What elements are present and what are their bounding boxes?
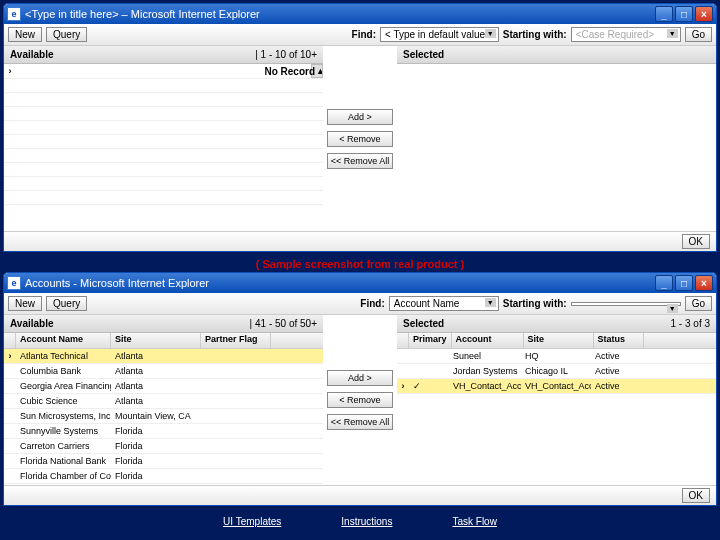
query-button[interactable]: Query bbox=[46, 296, 87, 311]
starting-with-label: Starting with: bbox=[503, 298, 567, 309]
col-status[interactable]: Status bbox=[594, 333, 644, 348]
cell-account-name: Carreton Carriers bbox=[16, 440, 111, 452]
available-list[interactable]: No Record › ▲ bbox=[4, 64, 323, 231]
starting-with-label: Starting with: bbox=[503, 29, 567, 40]
dual-list-body: Available | 41 - 50 of 50+ Account Name … bbox=[4, 315, 716, 485]
selected-list[interactable]: Primary Account Site Status SuneelHQActi… bbox=[397, 333, 716, 485]
col-account[interactable]: Account bbox=[452, 333, 524, 348]
selected-heading: Selected bbox=[403, 49, 444, 60]
row-caret-icon bbox=[397, 370, 409, 372]
cell-site: Atlanta bbox=[111, 365, 201, 377]
add-button[interactable]: Add > bbox=[327, 109, 393, 125]
find-dropdown[interactable]: Account Name bbox=[389, 296, 499, 311]
table-row[interactable]: Jordan SystemsChicago ILActive bbox=[397, 364, 716, 379]
starting-with-input[interactable]: <Case Required> bbox=[571, 27, 681, 42]
sample-window: e Accounts - Microsoft Internet Explorer… bbox=[3, 272, 717, 506]
dual-list-body: Available | 1 - 10 of 10+ No Record › ▲ … bbox=[4, 46, 716, 231]
grid-header: Primary Account Site Status bbox=[397, 333, 716, 349]
cell-account: VH_Contact_Accoun bbox=[449, 380, 521, 392]
find-label: Find: bbox=[352, 29, 376, 40]
table-row[interactable]: Georgia Area FinancingAtlanta bbox=[4, 379, 323, 394]
cell-primary[interactable] bbox=[409, 370, 449, 372]
cell-site: Atlanta bbox=[111, 380, 201, 392]
table-row[interactable]: Cubic ScienceAtlanta bbox=[4, 394, 323, 409]
selected-list[interactable] bbox=[397, 64, 716, 231]
selected-count: 1 - 3 of 3 bbox=[671, 318, 710, 329]
link-ui-templates[interactable]: UI Templates bbox=[223, 516, 281, 527]
table-row[interactable]: Carreton CarriersFlorida bbox=[4, 439, 323, 454]
cell-partner-flag bbox=[201, 355, 271, 357]
row-caret-icon: › bbox=[397, 380, 409, 392]
toolbar: New Query Find: Account Name Starting wi… bbox=[4, 293, 716, 315]
table-row[interactable]: SuneelHQActive bbox=[397, 349, 716, 364]
selected-heading: Selected bbox=[403, 318, 444, 329]
remove-all-button[interactable]: << Remove All bbox=[327, 153, 393, 169]
cell-partner-flag bbox=[201, 415, 271, 417]
close-button[interactable]: × bbox=[695, 6, 713, 22]
minimize-button[interactable]: _ bbox=[655, 6, 673, 22]
table-row[interactable]: Sun Microsystems, IncMountain View, CA bbox=[4, 409, 323, 424]
table-row[interactable]: Sunnyville SystemsFlorida bbox=[4, 424, 323, 439]
cell-site: Florida bbox=[111, 425, 201, 437]
go-button[interactable]: Go bbox=[685, 296, 712, 311]
ie-icon: e bbox=[7, 7, 21, 21]
cell-status: Active bbox=[591, 380, 641, 392]
remove-button[interactable]: < Remove bbox=[327, 131, 393, 147]
new-button[interactable]: New bbox=[8, 27, 42, 42]
cell-site: HQ bbox=[521, 350, 591, 362]
remove-button[interactable]: < Remove bbox=[327, 392, 393, 408]
available-count: | 41 - 50 of 50+ bbox=[250, 318, 317, 329]
window-controls: _ □ × bbox=[655, 6, 713, 22]
col-partner-flag[interactable]: Partner Flag bbox=[201, 333, 271, 348]
window-title: <Type in title here> – Microsoft Interne… bbox=[25, 8, 655, 20]
cell-primary[interactable] bbox=[409, 355, 449, 357]
cell-account-name: Florida National Bank bbox=[16, 455, 111, 467]
cell-site: Chicago IL bbox=[521, 365, 591, 377]
table-row[interactable]: Florida National BankFlorida bbox=[4, 454, 323, 469]
ok-button[interactable]: OK bbox=[682, 234, 710, 249]
cell-account-name: Sunnyville Systems bbox=[16, 425, 111, 437]
no-record-label: No Record bbox=[264, 66, 315, 77]
minimize-button[interactable]: _ bbox=[655, 275, 673, 291]
col-site[interactable]: Site bbox=[524, 333, 594, 348]
cell-primary[interactable]: ✓ bbox=[409, 380, 449, 392]
remove-all-button[interactable]: << Remove All bbox=[327, 414, 393, 430]
row-caret-icon bbox=[4, 445, 16, 447]
col-primary[interactable]: Primary bbox=[409, 333, 452, 348]
available-heading: Available bbox=[10, 318, 54, 329]
table-row[interactable]: Florida Chamber of CommerceFlorida bbox=[4, 469, 323, 484]
cell-partner-flag bbox=[201, 370, 271, 372]
table-row[interactable]: ›✓VH_Contact_AccounVH_Contact_AccounActi… bbox=[397, 379, 716, 394]
table-row[interactable]: Columbia BankAtlanta bbox=[4, 364, 323, 379]
table-row[interactable]: Hohenmeir EngineeringHamburg, Germany bbox=[4, 484, 323, 485]
ok-button[interactable]: OK bbox=[682, 488, 710, 503]
available-list[interactable]: Account Name Site Partner Flag ›Atlanta … bbox=[4, 333, 323, 485]
row-caret-icon: › bbox=[4, 65, 16, 77]
link-task-flow[interactable]: Task Flow bbox=[452, 516, 496, 527]
starting-with-input[interactable] bbox=[571, 302, 681, 306]
available-count: | 1 - 10 of 10+ bbox=[255, 49, 317, 60]
link-instructions[interactable]: Instructions bbox=[341, 516, 392, 527]
dialog-footer: OK bbox=[4, 231, 716, 251]
cell-site: Mountain View, CA bbox=[111, 410, 201, 422]
go-button[interactable]: Go bbox=[685, 27, 712, 42]
row-caret-icon bbox=[4, 415, 16, 417]
query-button[interactable]: Query bbox=[46, 27, 87, 42]
window-title: Accounts - Microsoft Internet Explorer bbox=[25, 277, 655, 289]
find-dropdown[interactable]: < Type in default value > bbox=[380, 27, 499, 42]
new-button[interactable]: New bbox=[8, 296, 42, 311]
col-site[interactable]: Site bbox=[111, 333, 201, 348]
table-row[interactable]: ›Atlanta TechnicalAtlanta bbox=[4, 349, 323, 364]
maximize-button[interactable]: □ bbox=[675, 275, 693, 291]
cell-account: Suneel bbox=[449, 350, 521, 362]
col-account-name[interactable]: Account Name bbox=[16, 333, 111, 348]
titlebar: e Accounts - Microsoft Internet Explorer… bbox=[4, 273, 716, 293]
close-button[interactable]: × bbox=[695, 275, 713, 291]
transfer-buttons: Add > < Remove << Remove All bbox=[323, 315, 397, 485]
row-caret-icon: › bbox=[4, 350, 16, 362]
find-label: Find: bbox=[360, 298, 384, 309]
add-button[interactable]: Add > bbox=[327, 370, 393, 386]
row-caret-icon bbox=[4, 460, 16, 462]
maximize-button[interactable]: □ bbox=[675, 6, 693, 22]
titlebar: e <Type in title here> – Microsoft Inter… bbox=[4, 4, 716, 24]
